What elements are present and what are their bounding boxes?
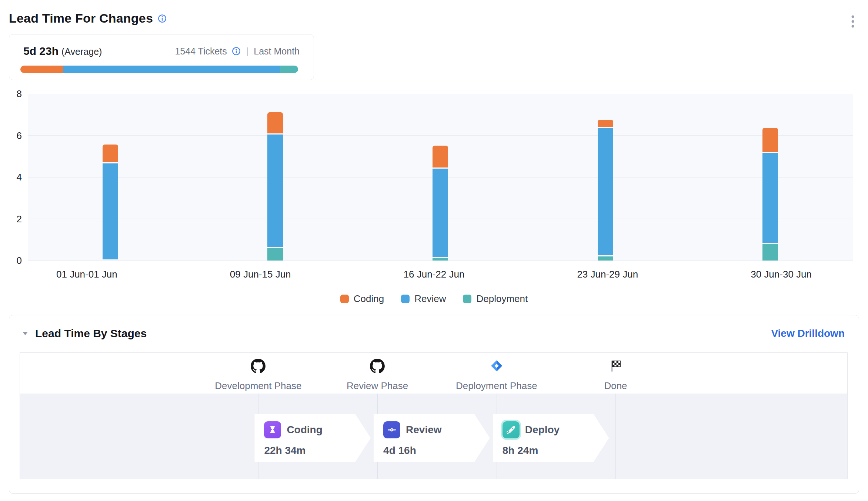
phase-development-phase: Development Phase	[215, 359, 301, 392]
kebab-menu-icon[interactable]	[847, 12, 859, 33]
stage-card-review[interactable]: Review4d 16h	[374, 414, 490, 462]
y-axis-tick-label: 2	[6, 214, 22, 224]
bar-segment-review[interactable]	[103, 163, 118, 259]
view-drilldown-link[interactable]: View Drilldown	[771, 328, 845, 339]
jira-icon	[489, 359, 504, 375]
summary-meta: 1544 Tickets | Last Month	[175, 46, 300, 57]
chart-plot: 02468	[28, 94, 853, 261]
bar-segment-coding[interactable]	[103, 145, 118, 162]
phase-label: Review Phase	[347, 380, 408, 392]
legend-label: Deployment	[476, 293, 528, 305]
stage-label: Review	[406, 424, 442, 436]
average-value: 5d 23h	[23, 45, 59, 57]
x-axis-label: 30 Jun-30 Jun	[751, 269, 812, 280]
stacked-bar-09-jun-15-jun	[267, 94, 283, 261]
bar-segment-coding[interactable]	[598, 120, 613, 127]
stages-panel-title: Lead Time By Stages	[35, 327, 147, 340]
average-label: (Average)	[61, 46, 102, 57]
stage-title-row: Deploy	[503, 421, 600, 438]
stage-duration: 8h 24m	[503, 445, 600, 457]
stage-card-deploy[interactable]: Deploy8h 24m	[493, 414, 609, 462]
average-value-group: 5d 23h(Average)	[23, 45, 102, 57]
column-divider	[615, 394, 616, 479]
phase-review-phase: Review Phase	[347, 359, 408, 392]
checkered-flag-icon	[608, 359, 623, 375]
stage-label: Deploy	[525, 424, 560, 436]
period-label: Last Month	[254, 46, 300, 57]
bar-segment-deployment[interactable]	[267, 248, 283, 261]
y-axis-tick-label: 8	[6, 89, 22, 99]
phase-done: Done	[604, 359, 627, 392]
collapse-caret-icon[interactable]	[21, 329, 29, 338]
stage-title-row: Review	[383, 421, 480, 438]
bar-segment-review[interactable]	[433, 169, 448, 257]
rocket-icon	[503, 421, 520, 438]
commit-icon	[383, 421, 400, 438]
title-info-icon[interactable]	[157, 14, 167, 23]
stage-card-coding[interactable]: Coding22h 34m	[254, 414, 371, 462]
page-title: Lead Time For Changes	[9, 11, 153, 26]
lead-time-chart: 02468 CodingReviewDeployment 01 Jun-01 J…	[0, 94, 868, 316]
bar-segment-coding[interactable]	[433, 146, 448, 167]
stage-duration: 22h 34m	[264, 445, 361, 457]
widget-header: Lead Time For Changes	[9, 11, 859, 33]
summary-progress-bar	[20, 66, 298, 73]
phase-header-row: Development PhaseReview PhaseDeployment …	[20, 353, 847, 394]
bar-segment-deployment[interactable]	[433, 258, 448, 261]
legend-item-deployment[interactable]: Deployment	[463, 293, 528, 305]
stage-body: Coding22h 34mReview4d 16hDeploy8h 24m	[20, 394, 847, 479]
meta-separator: |	[246, 46, 249, 57]
stacked-bar-01-jun-01-jun	[103, 94, 118, 261]
legend-item-coding[interactable]: Coding	[340, 293, 384, 305]
bar-segment-coding[interactable]	[267, 112, 283, 133]
x-axis-label: 01 Jun-01 Jun	[56, 269, 117, 280]
bar-segment-review[interactable]	[762, 153, 778, 243]
stage-table: Development PhaseReview PhaseDeployment …	[20, 352, 848, 479]
stage-label: Coding	[287, 424, 322, 436]
stacked-bar-23-jun-29-jun	[598, 94, 613, 261]
y-axis-tick-label: 4	[6, 172, 22, 182]
legend-item-review[interactable]: Review	[401, 293, 446, 305]
tickets-count: 1544 Tickets	[175, 46, 227, 57]
bar-segment-deployment[interactable]	[598, 256, 613, 261]
tickets-info-icon[interactable]	[231, 46, 241, 56]
x-axis-label: 16 Jun-22 Jun	[404, 269, 465, 280]
x-axis-label: 09 Jun-15 Jun	[230, 269, 291, 280]
phase-label: Deployment Phase	[456, 380, 537, 392]
stage-title-row: Coding	[264, 421, 361, 438]
bar-segment-review[interactable]	[267, 135, 283, 247]
legend-swatch-coding	[340, 295, 349, 303]
stage-duration: 4d 16h	[383, 445, 480, 457]
bar-segment-coding[interactable]	[762, 128, 778, 152]
bar-segment-review[interactable]	[598, 128, 613, 255]
github-icon	[251, 359, 266, 375]
progress-segment-review	[63, 66, 280, 73]
legend-label: Review	[414, 293, 446, 305]
bar-segment-deployment[interactable]	[762, 244, 778, 261]
hourglass-icon	[264, 421, 281, 438]
phase-deployment-phase: Deployment Phase	[456, 359, 537, 392]
github-icon	[370, 359, 385, 375]
y-axis-tick-label: 0	[6, 256, 22, 265]
progress-segment-deployment	[280, 66, 298, 73]
stages-panel: Lead Time By Stages View Drilldown Devel…	[9, 315, 859, 494]
phase-label: Development Phase	[215, 380, 301, 392]
stacked-bar-30-jun-30-jun	[762, 94, 778, 261]
lead-time-widget: Lead Time For Changes 5d 23h(Average) 15…	[0, 0, 868, 501]
phase-label: Done	[604, 380, 627, 392]
x-axis-label: 23 Jun-29 Jun	[577, 269, 638, 280]
legend-label: Coding	[354, 293, 384, 305]
legend-swatch-deployment	[463, 295, 471, 303]
chart-legend: CodingReviewDeployment	[0, 293, 868, 305]
stacked-bar-16-jun-22-jun	[433, 94, 448, 261]
progress-segment-coding	[20, 66, 63, 73]
legend-swatch-review	[401, 295, 410, 303]
summary-card: 5d 23h(Average) 1544 Tickets | Last Mont…	[9, 34, 314, 80]
y-axis-tick-label: 6	[6, 131, 22, 140]
